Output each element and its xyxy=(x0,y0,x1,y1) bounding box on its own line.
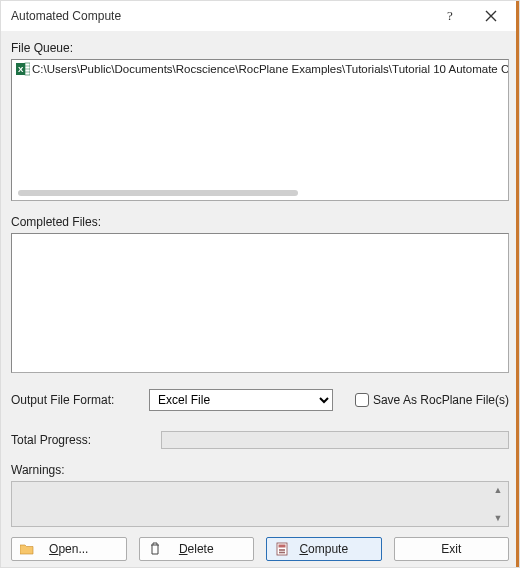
compute-button-label: Compute xyxy=(299,542,348,556)
scroll-up-icon: ▲ xyxy=(494,485,503,495)
open-button[interactable]: Open... xyxy=(11,537,127,561)
automated-compute-dialog: Automated Compute ? File Queue: X C:\Use… xyxy=(0,0,520,568)
warnings-label: Warnings: xyxy=(11,463,509,477)
warnings-box: ▲ ▼ xyxy=(11,481,509,527)
output-format-label: Output File Format: xyxy=(11,393,139,407)
save-as-rocplane-checkbox[interactable]: Save As RocPlane File(s) xyxy=(355,393,509,407)
folder-icon xyxy=(20,542,34,556)
delete-button-label: Delete xyxy=(179,542,214,556)
svg-point-9 xyxy=(279,549,281,551)
warnings-scrollbar[interactable]: ▲ ▼ xyxy=(491,485,505,523)
button-bar: Open... Delete Compute Exit xyxy=(11,537,509,561)
completed-files-list[interactable] xyxy=(11,233,509,373)
checkbox-box xyxy=(355,393,369,407)
svg-point-10 xyxy=(281,549,283,551)
total-progress-label: Total Progress: xyxy=(11,433,151,447)
svg-point-14 xyxy=(283,552,285,554)
window-title: Automated Compute xyxy=(11,9,431,23)
titlebar: Automated Compute ? xyxy=(1,1,519,31)
svg-point-12 xyxy=(279,552,281,554)
exit-button[interactable]: Exit xyxy=(394,537,510,561)
horizontal-scrollbar[interactable] xyxy=(18,190,298,196)
dialog-body: File Queue: X C:\Users\Public\Documents\… xyxy=(1,31,519,568)
svg-point-11 xyxy=(283,549,285,551)
open-button-label: Open... xyxy=(49,542,88,556)
svg-rect-8 xyxy=(279,545,286,548)
output-format-select[interactable]: Excel File xyxy=(149,389,333,411)
total-progress-bar xyxy=(161,431,509,449)
completed-files-label: Completed Files: xyxy=(11,215,509,229)
calculator-icon xyxy=(275,542,289,556)
compute-button[interactable]: Compute xyxy=(266,537,382,561)
svg-point-13 xyxy=(281,552,283,554)
exit-button-label: Exit xyxy=(441,542,461,556)
excel-icon: X xyxy=(16,62,30,76)
file-queue-list[interactable]: X C:\Users\Public\Documents\Rocscience\R… xyxy=(11,59,509,201)
list-item[interactable]: X C:\Users\Public\Documents\Rocscience\R… xyxy=(12,60,508,78)
file-queue-label: File Queue: xyxy=(11,41,509,55)
svg-text:X: X xyxy=(18,65,24,74)
close-icon xyxy=(485,10,497,22)
help-button[interactable]: ? xyxy=(431,1,471,31)
delete-button[interactable]: Delete xyxy=(139,537,255,561)
file-path: C:\Users\Public\Documents\Rocscience\Roc… xyxy=(32,63,509,75)
help-icon: ? xyxy=(446,9,456,23)
scroll-down-icon: ▼ xyxy=(494,513,503,523)
close-button[interactable] xyxy=(471,1,511,31)
svg-text:?: ? xyxy=(447,9,453,23)
trash-icon xyxy=(148,542,162,556)
save-as-rocplane-label: Save As RocPlane File(s) xyxy=(373,393,509,407)
